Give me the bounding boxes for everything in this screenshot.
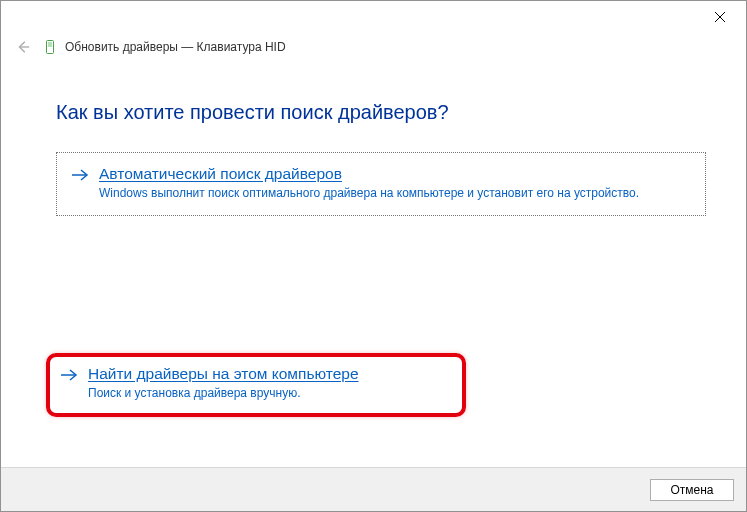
cancel-button[interactable]: Отмена [650,479,734,501]
back-arrow-icon [16,40,30,54]
device-icon [43,38,57,56]
option-auto-title: Автоматический поиск драйверов [99,165,691,183]
titlebar [1,1,746,33]
back-button[interactable] [11,35,35,59]
dialog-title: Обновить драйверы — Клавиатура HID [65,40,286,54]
driver-update-dialog: Обновить драйверы — Клавиатура HID Как в… [0,0,747,512]
dialog-header: Обновить драйверы — Клавиатура HID [1,33,746,61]
arrow-right-icon [60,367,78,387]
arrow-right-icon [71,167,89,187]
highlighted-option: Найти драйверы на этом компьютере Поиск … [46,353,466,417]
option-auto-search[interactable]: Автоматический поиск драйверов Windows в… [56,152,706,216]
option-browse-local[interactable]: Найти драйверы на этом компьютере Поиск … [60,365,452,401]
option-browse-desc: Поиск и установка драйвера вручную. [88,385,452,401]
question-heading: Как вы хотите провести поиск драйверов? [56,101,706,124]
dialog-content: Как вы хотите провести поиск драйверов? … [1,61,746,467]
close-button[interactable] [697,2,742,32]
option-auto-desc: Windows выполнит поиск оптимального драй… [99,185,691,201]
dialog-footer: Отмена [1,467,746,511]
svg-rect-4 [48,42,52,47]
option-browse-title: Найти драйверы на этом компьютере [88,365,452,383]
close-icon [715,12,725,22]
